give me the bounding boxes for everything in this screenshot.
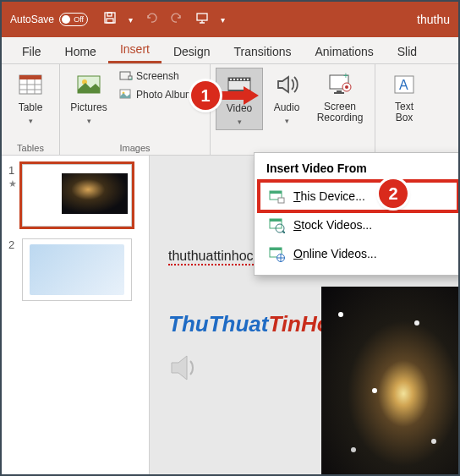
autosave-label: AutoSave <box>10 14 54 25</box>
screenshot-icon: + <box>119 69 133 83</box>
qat-dropdown-icon[interactable]: ▾ <box>129 15 133 25</box>
tab-home[interactable]: Home <box>53 40 108 63</box>
screen-recording-button[interactable]: + Screen Recording <box>310 68 370 127</box>
svg-rect-28 <box>334 92 344 94</box>
chevron-down-icon: ▾ <box>238 118 242 126</box>
svg-rect-22 <box>237 79 238 80</box>
tab-animations[interactable]: Animations <box>303 40 385 63</box>
dropdown-title: Insert Video From <box>260 160 457 182</box>
ribbon: Table ▾ Tables Pictures ▾ + Screensh Pho… <box>2 64 458 156</box>
annotation-callout-2: 2 <box>379 179 408 208</box>
thumbnail-number: 1 <box>8 164 17 177</box>
svg-rect-1 <box>107 13 112 16</box>
thumbnail-item[interactable]: 1 ★ <box>8 164 142 227</box>
slide-thumbnail-2[interactable] <box>22 238 132 301</box>
document-title: thuthu <box>417 13 450 26</box>
table-icon <box>17 71 44 98</box>
svg-rect-42 <box>270 248 282 250</box>
annotation-callout-1: 1 <box>191 81 220 110</box>
menu-item-online-videos[interactable]: Online Videos... <box>260 239 457 268</box>
autosave-toggle[interactable]: Off <box>59 13 88 26</box>
svg-rect-27 <box>337 90 342 92</box>
svg-rect-5 <box>19 75 41 79</box>
table-button[interactable]: Table ▾ <box>7 68 54 129</box>
svg-rect-35 <box>270 191 282 194</box>
svg-rect-21 <box>233 79 235 80</box>
slide-thumbnail-1[interactable] <box>22 164 132 227</box>
group-label-tables: Tables <box>7 141 54 153</box>
chevron-down-icon: ▾ <box>285 117 289 125</box>
title-bar: AutoSave Off ▾ ▾ thuthu <box>2 2 458 37</box>
audio-icon <box>273 71 300 98</box>
svg-text:A: A <box>399 78 408 92</box>
redo-icon[interactable] <box>170 11 183 28</box>
screen-recording-icon: + <box>326 71 353 98</box>
qat-overflow-icon[interactable]: ▾ <box>221 15 225 25</box>
online-video-icon <box>268 245 285 262</box>
device-video-icon <box>268 188 285 205</box>
thumbnail-number: 2 <box>8 238 17 301</box>
pictures-button[interactable]: Pictures ▾ <box>65 68 112 129</box>
save-icon[interactable] <box>103 11 117 28</box>
start-slideshow-icon[interactable] <box>195 11 209 28</box>
audio-button[interactable]: Audio ▾ <box>263 68 310 129</box>
svg-rect-20 <box>230 79 232 80</box>
svg-rect-38 <box>270 219 282 222</box>
photo-album-icon <box>119 88 133 101</box>
text-box-button[interactable]: A Text Box <box>381 68 428 127</box>
tab-insert[interactable]: Insert <box>108 37 162 63</box>
svg-rect-3 <box>197 14 207 20</box>
pictures-icon <box>75 71 102 98</box>
svg-text:+: + <box>129 76 133 82</box>
svg-text:+: + <box>343 71 348 80</box>
ribbon-tabs: File Home Insert Design Transitions Anim… <box>2 37 458 64</box>
svg-rect-23 <box>240 79 242 80</box>
group-tables: Table ▾ Tables <box>2 64 60 155</box>
thumbnail-item[interactable]: 2 <box>8 238 142 301</box>
autosave-control[interactable]: AutoSave Off <box>10 13 88 26</box>
tab-transitions[interactable]: Transitions <box>222 40 304 63</box>
quick-access-toolbar: ▾ ▾ <box>103 11 225 28</box>
text-box-icon: A <box>391 71 418 98</box>
group-media: Video ▾ Audio ▾ + Screen Recording <box>211 64 375 155</box>
chevron-down-icon: ▾ <box>29 117 33 125</box>
tab-file[interactable]: File <box>10 40 53 63</box>
svg-line-40 <box>282 231 285 233</box>
screenshot-button[interactable]: + Screensh <box>116 68 205 85</box>
svg-rect-36 <box>278 198 284 203</box>
chevron-down-icon: ▾ <box>87 117 91 125</box>
group-text: A Text Box <box>375 64 433 155</box>
svg-point-30 <box>345 85 348 89</box>
svg-rect-24 <box>244 79 245 80</box>
svg-rect-2 <box>107 19 113 23</box>
stock-video-icon <box>268 216 285 233</box>
tab-design[interactable]: Design <box>162 40 222 63</box>
menu-item-stock-videos[interactable]: Stock Videos... <box>260 211 457 239</box>
tab-slideshow[interactable]: Slid <box>386 40 429 63</box>
menu-item-this-device[interactable]: This Device... <box>260 182 457 211</box>
slide-image-galaxy[interactable] <box>321 287 458 476</box>
animation-star-icon: ★ <box>8 178 17 189</box>
svg-rect-25 <box>247 79 249 80</box>
group-label-images: Images <box>65 141 205 153</box>
insert-video-dropdown: Insert Video From This Device... Stock V… <box>254 152 460 276</box>
slide-thumbnails-panel: 1 ★ 2 <box>2 156 150 474</box>
undo-icon[interactable] <box>145 11 158 28</box>
slide-text[interactable]: thuthuattinhoc <box>168 249 254 264</box>
group-images: Pictures ▾ + Screensh Photo Album ▾ Imag… <box>60 64 211 155</box>
